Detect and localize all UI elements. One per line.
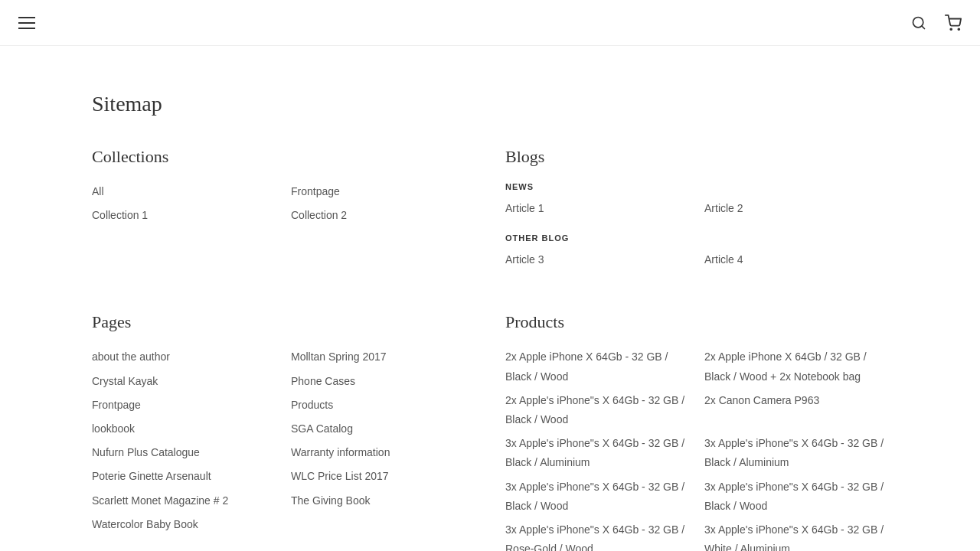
collection-2[interactable]: Collection 2 <box>291 206 475 225</box>
collection-frontpage[interactable]: Frontpage <box>291 182 475 201</box>
main-content: Sitemap Collections All Frontpage Collec… <box>31 46 949 551</box>
page-frontpage[interactable]: Frontpage <box>92 396 276 415</box>
page-products[interactable]: Products <box>291 396 475 415</box>
row-pages-products: Pages about the author Molltan Spring 20… <box>92 312 888 551</box>
page-about-author[interactable]: about the author <box>92 347 276 367</box>
page-title: Sitemap <box>92 92 888 116</box>
page-lookbook[interactable]: lookbook <box>92 419 276 439</box>
menu-icon <box>18 17 35 29</box>
menu-button[interactable] <box>15 14 38 32</box>
page-crystal-kayak[interactable]: Crystal Kayak <box>92 372 276 391</box>
product-6[interactable]: 3x Apple's iPhone"s X 64Gb - 32 GB / Bla… <box>704 434 888 472</box>
product-8[interactable]: 3x Apple's iPhone"s X 64Gb - 32 GB / Bla… <box>704 478 888 516</box>
product-10[interactable]: 3x Apple's iPhone"s X 64Gb - 32 GB / Whi… <box>704 520 888 551</box>
other-blog-label: OTHER BLOG <box>505 233 888 243</box>
header <box>0 0 980 46</box>
news-articles-list: Article 1 Article 2 <box>505 199 888 218</box>
other-blog-subsection: OTHER BLOG Article 3 Article 4 <box>505 233 888 269</box>
header-left <box>15 14 38 32</box>
news-subsection: NEWS Article 1 Article 2 <box>505 182 888 218</box>
article-3[interactable]: Article 3 <box>505 250 689 269</box>
product-1[interactable]: 2x Apple iPhone X 64Gb - 32 GB / Black /… <box>505 347 689 386</box>
svg-point-2 <box>950 28 952 30</box>
page-phone-cases[interactable]: Phone Cases <box>291 372 475 391</box>
products-title: Products <box>505 312 888 332</box>
pages-section: Pages about the author Molltan Spring 20… <box>92 312 475 551</box>
page-giving-book[interactable]: The Giving Book <box>291 491 475 510</box>
page-molltan[interactable]: Molltan Spring 2017 <box>291 347 475 367</box>
product-3[interactable]: 2x Apple's iPhone"s X 64Gb - 32 GB / Bla… <box>505 391 689 429</box>
products-section: Products 2x Apple iPhone X 64Gb - 32 GB … <box>505 312 888 551</box>
collections-list: All Frontpage Collection 1 Collection 2 <box>92 182 475 225</box>
svg-point-3 <box>958 28 959 30</box>
cart-icon <box>945 15 962 31</box>
article-1[interactable]: Article 1 <box>505 199 689 218</box>
other-blog-articles-list: Article 3 Article 4 <box>505 250 888 269</box>
page-warranty[interactable]: Warranty information <box>291 443 475 462</box>
products-list: 2x Apple iPhone X 64Gb - 32 GB / Black /… <box>505 347 888 551</box>
collection-1[interactable]: Collection 1 <box>92 206 276 225</box>
cart-button[interactable] <box>942 11 965 34</box>
product-4[interactable]: 2x Canon Camera P963 <box>704 391 888 429</box>
product-9[interactable]: 3x Apple's iPhone"s X 64Gb - 32 GB / Ros… <box>505 520 689 551</box>
pages-title: Pages <box>92 312 475 332</box>
collections-section: Collections All Frontpage Collection 1 C… <box>92 147 475 282</box>
page-watercolor[interactable]: Watercolor Baby Book <box>92 515 276 534</box>
blogs-title: Blogs <box>505 147 888 167</box>
collections-title: Collections <box>92 147 475 167</box>
header-right <box>908 11 965 34</box>
news-label: NEWS <box>505 182 888 191</box>
svg-line-1 <box>922 25 925 28</box>
search-button[interactable] <box>908 12 929 34</box>
page-scarlett[interactable]: Scarlett Monet Magazine # 2 <box>92 491 276 510</box>
page-poterie[interactable]: Poterie Ginette Arsenault <box>92 467 276 486</box>
pages-list: about the author Molltan Spring 2017 Cry… <box>92 347 475 534</box>
page-wlc[interactable]: WLC Price List 2017 <box>291 467 475 486</box>
article-4[interactable]: Article 4 <box>704 250 888 269</box>
blogs-section: Blogs NEWS Article 1 Article 2 OTHER BLO… <box>505 147 888 282</box>
product-5[interactable]: 3x Apple's iPhone"s X 64Gb - 32 GB / Bla… <box>505 434 689 472</box>
article-2[interactable]: Article 2 <box>704 199 888 218</box>
collection-all[interactable]: All <box>92 182 276 201</box>
product-7[interactable]: 3x Apple's iPhone"s X 64Gb - 32 GB / Bla… <box>505 478 689 516</box>
page-sga-catalog[interactable]: SGA Catalog <box>291 419 475 439</box>
row-collections-blogs: Collections All Frontpage Collection 1 C… <box>92 147 888 282</box>
product-2[interactable]: 2x Apple iPhone X 64Gb / 32 GB / Black /… <box>704 347 888 386</box>
page-nufurn[interactable]: Nufurn Plus Catalogue <box>92 443 276 462</box>
search-icon <box>911 15 926 31</box>
